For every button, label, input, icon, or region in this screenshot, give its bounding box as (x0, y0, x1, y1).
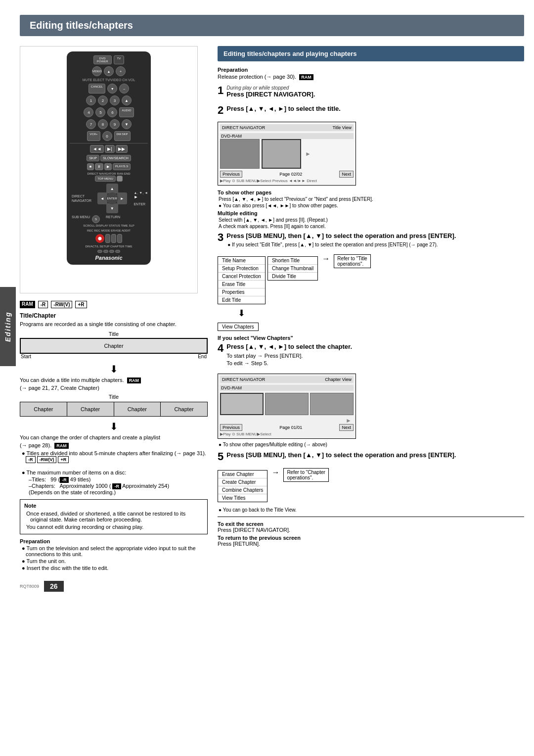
order-desc2: (→ page 28). RAM (20, 442, 208, 448)
dpad-right[interactable]: ► (117, 192, 127, 204)
ch-down2[interactable]: ▼ (122, 119, 132, 129)
time-btn[interactable] (115, 250, 120, 253)
step3-menu: Title Name Setup Protection Cancel Prote… (218, 254, 524, 333)
dvd-power-btn[interactable]: DVDPOWER (93, 55, 112, 64)
menu-item-divide-title[interactable]: Divide Title (268, 273, 317, 280)
btn-1[interactable]: 1 (86, 95, 96, 105)
btn-8[interactable]: 8 (98, 119, 108, 129)
chapter-next-btn[interactable]: Next (339, 424, 354, 431)
top-menu-btn[interactable]: TOP MENU (95, 176, 115, 182)
btn-5[interactable]: 5 (95, 107, 105, 117)
btn-3[interactable]: 3 (110, 95, 120, 105)
menu-left-col: Title Name Setup Protection Cancel Prote… (218, 254, 266, 333)
play-slow-btn[interactable]: PLAY/S.S (113, 163, 131, 170)
next-btn[interactable]: ▶▶ (116, 145, 128, 153)
chapter-btn[interactable] (109, 250, 114, 253)
chapter-cell-3: Chapter (114, 402, 161, 417)
chapter-nav-content (220, 393, 354, 415)
btn-9[interactable]: 9 (110, 119, 120, 129)
stop-btn[interactable]: ■ (87, 163, 94, 170)
menu-item-shorten[interactable]: Shorten Title (268, 257, 317, 265)
menu-erase-chapter[interactable]: Erase Chapter (218, 471, 267, 478)
rec-mode-btn[interactable] (105, 234, 110, 243)
nav-footer-text: ▶Play ⊙ SUB MENU▶Select Previous ◄◄/►► D… (220, 179, 354, 183)
btn-7[interactable]: 7 (86, 119, 96, 129)
erase-btn[interactable] (111, 234, 116, 243)
btn-0[interactable]: 0 (102, 131, 112, 141)
sub-menu-btn[interactable]: S (92, 215, 100, 223)
ch-up-btn[interactable]: ▲ (104, 66, 114, 76)
menu-create-chapter[interactable]: Create Chapter (218, 478, 267, 486)
menu-item-properties[interactable]: Properties (218, 288, 265, 296)
rw-badge-inline: -RW(V) (37, 456, 57, 463)
enter-btn[interactable]: ENTER (106, 192, 118, 204)
remote-control-area: DVDPOWER TV VIDEO ▲ + MUTE ELECT TV/VIDE… (20, 46, 198, 293)
chapter-cell-2: Chapter (67, 402, 114, 417)
dpad-left[interactable]: ◄ (97, 192, 107, 204)
skip-back-btn[interactable]: SKIP (87, 155, 99, 161)
thumb-2-selected (262, 139, 301, 169)
dr-btn[interactable] (97, 250, 102, 253)
menu-item-setup-prot[interactable]: Setup Protection (218, 265, 265, 273)
ch-down-btn[interactable]: ▼ (107, 84, 117, 94)
menu-view-titles[interactable]: View Titles (218, 494, 267, 502)
vcr-btn[interactable]: VCR+ (87, 131, 100, 141)
menu-box-view-chapters: View Chapters (218, 323, 259, 331)
rplus-badge-inline: +R (58, 456, 69, 463)
two-col-layout: DVDPOWER TV VIDEO ▲ + MUTE ELECT TV/VIDE… (20, 46, 524, 592)
preparation-section: Preparation ● Turn on the television and… (20, 538, 208, 571)
step-5-main: Press [SUB MENU], then [▲, ▼] to select … (226, 451, 456, 460)
tv-btn[interactable]: TV (114, 55, 125, 64)
add-it-btn[interactable] (117, 234, 122, 243)
setup-btn[interactable] (103, 250, 108, 253)
play-btn[interactable]: ▶ (104, 163, 112, 170)
start-label: Start (21, 354, 31, 359)
step-3-main: Press [SUB MENU], then [▲, ▼] to select … (226, 232, 456, 240)
skip-fw-btn[interactable]: ▶| (105, 145, 114, 153)
multiple-desc1: Select with [▲, ▼, ◄, ►] and press [II].… (218, 217, 524, 223)
prev-btn[interactable]: ◄◄ (90, 145, 104, 153)
btn-4[interactable]: 4 (84, 107, 93, 117)
dpad-up[interactable]: ▲ (106, 184, 118, 193)
slow-search-btn[interactable]: SLOW/SEARCH (100, 155, 131, 161)
step-3-bullet: ● If you select "Edit Title", press [▲, … (226, 242, 456, 247)
chapter-nav-arrow: ► (220, 417, 352, 424)
panasonic-logo: Panasonic (70, 255, 148, 261)
btn-6[interactable]: 6 (107, 107, 117, 117)
title-view-screenshot: DIRECT NAVIGATOR Title View DVD-RAM ► Pr… (218, 122, 356, 186)
menu-item-erase-title[interactable]: Erase Title (218, 281, 265, 288)
divider-line (218, 517, 524, 517)
menu-combine-chapters[interactable]: Combine Chapters (218, 486, 267, 494)
step-5-content: Press [SUB MENU], then [▲, ▼] to select … (226, 451, 456, 460)
ram-badge: RAM (20, 301, 35, 308)
r-badge-titles: -R (60, 477, 69, 483)
menu-item-title-name[interactable]: Title Name (218, 257, 265, 265)
menu-item-edit-title[interactable]: Edit Title (218, 296, 265, 304)
menu-item-view-chapters[interactable]: View Chapters (218, 323, 258, 331)
btn-2[interactable]: 2 (98, 95, 108, 105)
r-minus-badge: -R (38, 301, 48, 308)
prep-title: Preparation (20, 538, 208, 544)
menu-item-cancel-prot[interactable]: Cancel Protection (218, 273, 265, 281)
vol-up-btn[interactable]: + (116, 66, 126, 76)
r-plus-badge: +R (75, 301, 87, 308)
arrow-right-chapter: → (271, 468, 279, 477)
next-btn-nav[interactable]: Next (339, 171, 354, 178)
rec-btn[interactable]: ⬤ (95, 234, 104, 243)
ch-up2[interactable]: ▲ (122, 95, 132, 105)
step-5: 5 Press [SUB MENU], then [▲, ▼] to selec… (218, 451, 524, 462)
chapter-menu: Erase Chapter Create Chapter Combine Cha… (218, 468, 524, 504)
audio-btn[interactable]: AUDIO (119, 107, 134, 117)
dm-skip-btn[interactable]: DM SKP (114, 131, 131, 141)
chapter-prev-btn[interactable]: Previous (220, 424, 242, 431)
down-arrow-menu: ⬇ (218, 308, 266, 319)
vol-down-btn[interactable]: – (119, 84, 129, 94)
depends-note: (Depends on the state of recording.) (20, 489, 208, 495)
dir-nav-btn[interactable] (117, 176, 123, 182)
dpad-down[interactable]: ▼ (106, 203, 118, 213)
video-btn[interactable]: VIDEO (92, 66, 102, 76)
cancel-btn[interactable]: CANCEL (89, 84, 105, 94)
menu-item-change-thumb[interactable]: Change Thumbnail (268, 265, 317, 273)
pause-btn[interactable]: ⏸ (95, 163, 103, 170)
prev-btn-nav[interactable]: Previous (220, 171, 242, 178)
